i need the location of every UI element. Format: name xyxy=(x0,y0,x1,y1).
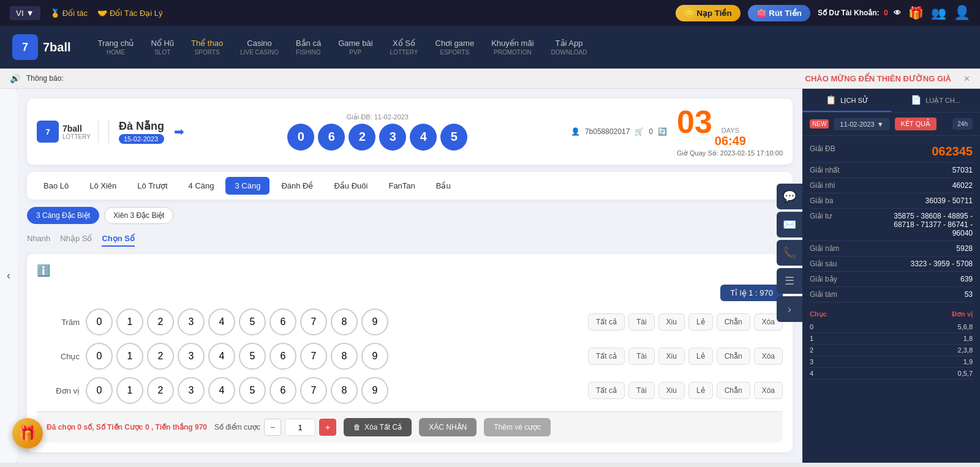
nav-item-lottery[interactable]: Xổ SốLOTTERY xyxy=(382,26,427,69)
digit-ball[interactable]: 0 xyxy=(86,308,113,335)
add-ticket-button[interactable]: Thêm vé cược xyxy=(484,418,551,436)
language-button[interactable]: VI ▼ xyxy=(10,6,40,20)
refresh-icon[interactable]: 🔄 xyxy=(658,127,667,136)
digit-ball[interactable]: 8 xyxy=(331,308,358,335)
mode-tab-NhậpSố[interactable]: Nhập Số xyxy=(60,231,92,247)
action-btn-Tài[interactable]: Tài xyxy=(628,313,655,331)
email-icon[interactable]: ✉️ xyxy=(777,212,802,237)
24h-button[interactable]: 24h xyxy=(952,118,973,130)
arrow-right-icon[interactable]: › xyxy=(777,296,802,322)
action-btn-Tất cả[interactable]: Tất cả xyxy=(588,348,625,365)
action-btn-Tất cả[interactable]: Tất cả xyxy=(588,313,625,331)
game-tab-3Càng[interactable]: 3 Càng xyxy=(225,177,270,195)
bet-minus-button[interactable]: − xyxy=(264,419,281,436)
gift-icon[interactable]: 🎁 xyxy=(908,6,924,20)
user-group-icon[interactable]: 👥 xyxy=(931,6,946,20)
game-tab-ĐầuĐuôi[interactable]: Đầu Đuôi xyxy=(325,177,377,195)
mode-tab-ChọnSố[interactable]: Chọn Số xyxy=(102,231,135,247)
digit-ball[interactable]: 1 xyxy=(116,308,143,335)
digit-ball[interactable]: 5 xyxy=(239,377,266,404)
digit-ball[interactable]: 7 xyxy=(300,308,327,335)
game-tab-BaoLô[interactable]: Bao Lô xyxy=(34,177,78,195)
digit-ball[interactable]: 8 xyxy=(331,343,358,370)
action-btn-Lẻ[interactable]: Lẻ xyxy=(688,382,713,399)
digit-ball[interactable]: 3 xyxy=(178,343,205,370)
close-notification-icon[interactable]: ✕ xyxy=(963,74,970,83)
nav-item-pvp[interactable]: Game bàiPVP xyxy=(330,26,381,69)
game-tab-LôTrượt[interactable]: Lô Trượt xyxy=(128,177,176,195)
gift-fab[interactable]: 🎁 xyxy=(12,418,43,449)
nav-item-slot[interactable]: Nổ HũSLOT xyxy=(142,26,183,69)
digit-ball[interactable]: 0 xyxy=(86,377,113,404)
action-btn-Xiu[interactable]: Xiu xyxy=(658,313,685,331)
clear-all-button[interactable]: 🗑 Xóa Tất Cả xyxy=(344,418,412,436)
chat-icon[interactable]: 💬 xyxy=(777,184,802,209)
game-tab-ĐánhĐề[interactable]: Đánh Đề xyxy=(272,177,322,195)
nav-item-home[interactable]: Trang chủHOME xyxy=(89,26,143,69)
action-btn-Xóa[interactable]: Xóa xyxy=(754,348,783,365)
action-btn-Xiu[interactable]: Xiu xyxy=(658,348,685,365)
phone-icon[interactable]: 📞 xyxy=(777,240,802,266)
avatar-icon[interactable]: 👤 xyxy=(954,5,970,21)
action-btn-Chẵn[interactable]: Chẵn xyxy=(717,348,750,365)
digit-ball[interactable]: 0 xyxy=(86,343,113,370)
action-btn-Tất cả[interactable]: Tất cả xyxy=(588,382,625,399)
action-btn-Lẻ[interactable]: Lẻ xyxy=(688,313,713,331)
action-btn-Chẵn[interactable]: Chẵn xyxy=(717,382,750,399)
action-btn-Lẻ[interactable]: Lẻ xyxy=(688,348,713,365)
game-tab-Bầu[interactable]: Bầu xyxy=(427,177,460,195)
digit-ball[interactable]: 6 xyxy=(270,343,296,370)
nav-item-promotion[interactable]: Khuyến mãiPROMOTION xyxy=(483,26,542,69)
nav-item-esports[interactable]: Chơi gameESPORTS xyxy=(427,26,483,69)
game-tab-LôXiên[interactable]: Lô Xiên xyxy=(80,177,126,195)
action-btn-Xóa[interactable]: Xóa xyxy=(754,382,783,399)
eye-icon[interactable]: 👁 xyxy=(894,9,901,17)
info-icon[interactable]: ℹ️ xyxy=(37,264,783,277)
digit-ball[interactable]: 7 xyxy=(300,377,327,404)
digit-ball[interactable]: 9 xyxy=(361,377,388,404)
digit-ball[interactable]: 2 xyxy=(147,377,174,404)
digit-ball[interactable]: 4 xyxy=(208,308,235,335)
digit-ball[interactable]: 2 xyxy=(147,343,174,370)
menu-icon[interactable]: ☰ xyxy=(777,268,802,294)
action-btn-Tài[interactable]: Tài xyxy=(628,382,655,399)
digit-ball[interactable]: 6 xyxy=(270,308,296,335)
transfer-icon[interactable]: ➡ xyxy=(174,124,184,139)
cart-icon[interactable]: 🛒 xyxy=(635,127,644,136)
confirm-button[interactable]: XÁC NHẬN xyxy=(419,418,477,436)
digit-ball[interactable]: 1 xyxy=(116,377,143,404)
digit-ball[interactable]: 4 xyxy=(208,343,235,370)
digit-ball[interactable]: 8 xyxy=(331,377,358,404)
date-filter-button[interactable]: 11-02-2023 ▼ xyxy=(834,118,889,130)
rules-tab[interactable]: 📄 LUẬT CH... xyxy=(891,89,980,112)
digit-ball[interactable]: 5 xyxy=(239,343,266,370)
mode-tab-Nhanh[interactable]: Nhanh xyxy=(27,231,50,247)
sub-tab-3CàngĐặcBiệt[interactable]: 3 Càng Đặc Biệt xyxy=(27,207,99,224)
action-btn-Tài[interactable]: Tài xyxy=(628,348,655,365)
bet-plus-button[interactable]: + xyxy=(319,419,336,436)
digit-ball[interactable]: 9 xyxy=(361,308,388,335)
digit-ball[interactable]: 6 xyxy=(270,377,296,404)
nav-item-livecasino[interactable]: CasinoLIVE CASINO xyxy=(232,26,287,69)
nav-item-download[interactable]: Tải AppDOWNLOAD xyxy=(543,26,596,69)
digit-ball[interactable]: 3 xyxy=(178,377,205,404)
rut-tien-button[interactable]: 👛 Rút Tiền xyxy=(748,5,810,21)
digit-ball[interactable]: 1 xyxy=(116,343,143,370)
result-button[interactable]: KẾT QUẢ xyxy=(895,118,937,130)
bet-value-input[interactable] xyxy=(285,419,315,436)
partner-link-1[interactable]: 🏅 Đối tác xyxy=(50,9,88,18)
history-tab[interactable]: 📋 LỊCH SỬ xyxy=(802,89,891,112)
nap-tien-button[interactable]: 🪙 Nạp Tiền xyxy=(676,5,741,21)
nav-item-fishing[interactable]: Bắn cáFISHING xyxy=(287,26,330,69)
partner-link-2[interactable]: 🤝 Đối Tác Đại Lý xyxy=(97,9,163,18)
action-btn-Chẵn[interactable]: Chẵn xyxy=(717,313,750,331)
sub-tab-Xiên3ĐặcBiệt[interactable]: Xiên 3 Đặc Biệt xyxy=(104,207,173,224)
game-tab-FanTan[interactable]: FanTan xyxy=(379,177,424,195)
digit-ball[interactable]: 3 xyxy=(178,308,205,335)
digit-ball[interactable]: 7 xyxy=(300,343,327,370)
ratio-button[interactable]: Tỉ lệ 1 : 970 xyxy=(720,285,783,301)
digit-ball[interactable]: 4 xyxy=(208,377,235,404)
action-btn-Xiu[interactable]: Xiu xyxy=(658,382,685,399)
game-tab-4Càng[interactable]: 4 Càng xyxy=(179,177,224,195)
digit-ball[interactable]: 5 xyxy=(239,308,266,335)
